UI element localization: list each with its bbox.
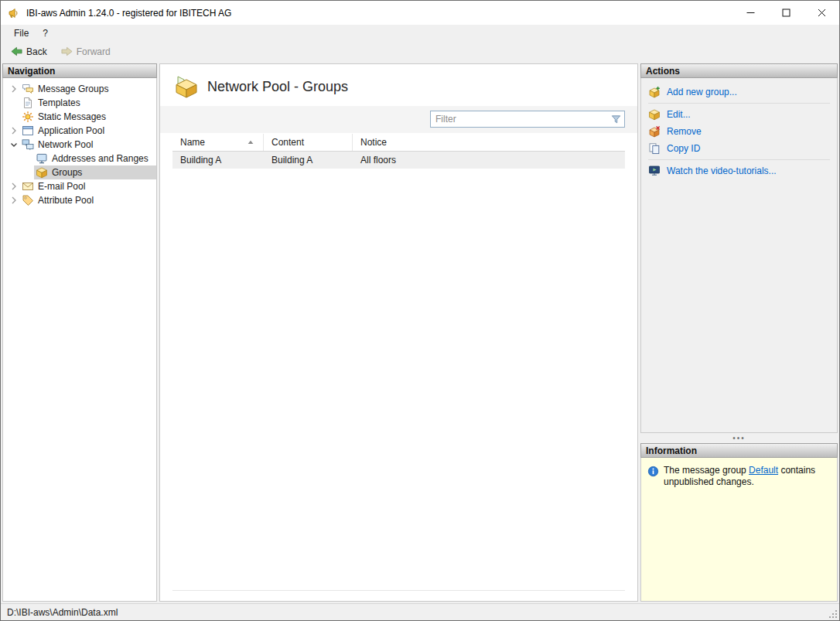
groups-table: Name Content Notice Building A Building … (172, 134, 625, 591)
cell-notice: All floors (353, 155, 625, 165)
column-header-notice[interactable]: Notice (353, 134, 625, 151)
application-pool-icon (22, 125, 34, 137)
chevron-right-icon[interactable] (8, 194, 20, 206)
nav-item-static-messages[interactable]: Static Messages (3, 110, 156, 124)
statusbar: D:\IBI-aws\Admin\Data.xml (1, 603, 839, 620)
email-pool-icon (22, 180, 34, 193)
table-row[interactable]: Building A Building A All floors (172, 152, 625, 169)
groups-icon (36, 166, 48, 179)
actions-separator (648, 103, 830, 104)
filter-row (160, 106, 637, 133)
attribute-pool-icon (22, 194, 34, 206)
statusbar-path: D:\IBI-aws\Admin\Data.xml (7, 607, 118, 618)
actions-panel: Add new group... Edit... Remove Copy ID (640, 78, 838, 433)
content-area: Navigation Message Groups Templates (1, 61, 839, 603)
titlebar[interactable]: IBI-aws Admin 1.24.0 - registered for IB… (1, 1, 839, 25)
actions-panel-header: Actions (640, 63, 838, 78)
toolbar: Back Forward (1, 42, 839, 61)
navigation-panel-header: Navigation (2, 63, 157, 78)
chevron-right-icon[interactable] (8, 83, 20, 95)
filter-input[interactable] (435, 114, 610, 125)
chevron-right-icon[interactable] (8, 125, 20, 137)
action-remove[interactable]: Remove (648, 123, 830, 140)
forward-button[interactable]: Forward (57, 44, 114, 59)
nav-item-message-groups[interactable]: Message Groups (3, 82, 156, 96)
video-tutorials-icon (648, 165, 661, 177)
navigation-tree: Message Groups Templates Static Messages (2, 78, 157, 602)
edit-group-icon (648, 108, 661, 121)
message-groups-icon (22, 83, 34, 95)
filter-box (430, 111, 625, 128)
action-watch-video-tutorials[interactable]: Watch the video-tutorials... (648, 162, 830, 179)
nav-item-groups[interactable]: Groups (3, 165, 156, 179)
right-panel: Actions Add new group... Edit... Remove (640, 63, 838, 602)
navigation-panel: Navigation Message Groups Templates (2, 63, 157, 602)
forward-arrow-icon (61, 46, 73, 57)
network-pool-groups-icon (172, 74, 199, 99)
panel-splitter[interactable]: ••• (640, 433, 838, 443)
information-panel: The message group Default contains unpub… (640, 458, 838, 602)
copy-id-icon (648, 142, 661, 155)
page-title: Network Pool - Groups (207, 79, 348, 95)
close-button[interactable] (804, 1, 839, 25)
window-controls (732, 1, 839, 25)
selected-tree-item: Groups (34, 165, 156, 179)
network-pool-icon (22, 138, 34, 151)
minimize-button[interactable] (732, 1, 768, 25)
nav-item-email-pool[interactable]: E-mail Pool (3, 179, 156, 193)
app-window: IBI-aws Admin 1.24.0 - registered for IB… (0, 0, 840, 621)
nav-item-addresses-and-ranges[interactable]: Addresses and Ranges (3, 152, 156, 165)
actions-separator (648, 159, 830, 160)
templates-icon (22, 97, 34, 109)
window-title: IBI-aws Admin 1.24.0 - registered for IB… (26, 8, 231, 19)
menubar: File ? (1, 25, 839, 42)
back-button[interactable]: Back (7, 44, 51, 59)
nav-item-templates[interactable]: Templates (3, 96, 156, 110)
addresses-and-ranges-icon (36, 152, 48, 165)
action-edit[interactable]: Edit... (648, 106, 830, 123)
maximize-button[interactable] (768, 1, 804, 25)
column-header-content[interactable]: Content (264, 134, 353, 151)
chevron-down-icon[interactable] (8, 138, 20, 151)
chevron-right-icon[interactable] (8, 180, 20, 193)
column-header-name[interactable]: Name (172, 134, 264, 151)
cell-name: Building A (172, 155, 264, 165)
filter-funnel-icon[interactable] (610, 114, 622, 125)
resize-grip-icon[interactable] (829, 610, 838, 619)
nav-item-application-pool[interactable]: Application Pool (3, 124, 156, 138)
info-icon (647, 465, 659, 477)
static-messages-icon (22, 111, 34, 123)
cell-content: Building A (264, 155, 353, 165)
main-panel: Network Pool - Groups Name Content (159, 63, 638, 602)
action-copy-id[interactable]: Copy ID (648, 140, 830, 157)
information-panel-header: Information (640, 443, 838, 458)
app-icon (8, 7, 20, 19)
information-message: The message group Default contains unpub… (664, 465, 831, 488)
remove-group-icon (648, 125, 661, 138)
nav-item-network-pool[interactable]: Network Pool (3, 138, 156, 152)
nav-item-attribute-pool[interactable]: Attribute Pool (3, 193, 156, 207)
add-group-icon (648, 86, 661, 98)
menu-file[interactable]: File (7, 26, 36, 41)
back-arrow-icon (11, 46, 22, 57)
table-header: Name Content Notice (172, 134, 625, 152)
main-header: Network Pool - Groups (160, 64, 637, 106)
sort-ascending-icon (246, 138, 255, 147)
menu-help[interactable]: ? (36, 26, 55, 41)
action-add-new-group[interactable]: Add new group... (648, 84, 830, 101)
default-message-group-link[interactable]: Default (749, 465, 778, 476)
